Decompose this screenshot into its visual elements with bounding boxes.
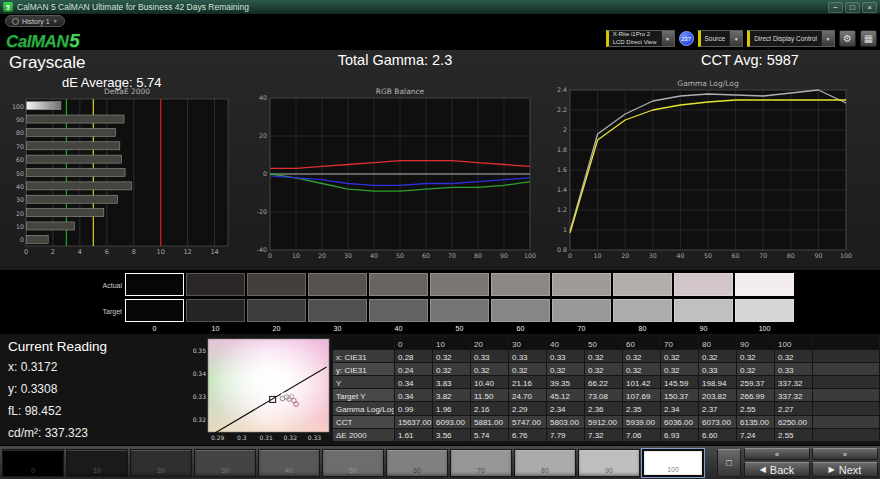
table-cell: 2.36: [585, 402, 623, 415]
level-label: 60: [491, 325, 550, 332]
total-gamma-readout: Total Gamma: 2.3: [270, 52, 520, 68]
table-cell: 3.56: [433, 429, 471, 442]
grayscale-step-10[interactable]: 10: [66, 449, 128, 477]
charts-panel: Grayscale dE Average: 5.74 Total Gamma: …: [0, 50, 880, 270]
grayscale-step-90[interactable]: 90: [578, 449, 640, 477]
level-labels-row: 0102030405060708090100: [125, 325, 794, 332]
svg-text:RGB Balance: RGB Balance: [376, 87, 425, 96]
chevron-down-icon: ▼: [53, 18, 58, 24]
svg-text:0.29: 0.29: [211, 434, 225, 441]
grayscale-step-40[interactable]: 40: [258, 449, 320, 477]
grayscale-step-80[interactable]: 80: [514, 449, 576, 477]
maximize-button[interactable]: □: [845, 2, 860, 13]
table-cell: 6.60: [699, 429, 737, 442]
table-cell: 5912.00: [585, 416, 623, 429]
table-cell: [813, 429, 880, 442]
level-label: 30: [308, 325, 367, 332]
svg-text:40: 40: [16, 183, 24, 190]
table-cell: 2.27: [775, 402, 813, 415]
svg-text:60: 60: [16, 156, 24, 163]
svg-text:2: 2: [51, 248, 55, 256]
svg-text:30: 30: [649, 252, 657, 259]
svg-text:0.32: 0.32: [193, 416, 207, 423]
calman-logo: CalMAN 5: [2, 30, 112, 50]
table-cell: 145.59: [661, 376, 699, 389]
reading-cdm2: cd/m²: 337.323: [8, 426, 88, 440]
source-dropdown-arrow-icon[interactable]: ▼: [729, 31, 742, 46]
svg-text:20: 20: [318, 252, 326, 259]
table-cell: 21.16: [509, 376, 547, 389]
table-cell: 50: [585, 337, 623, 350]
back-button[interactable]: ◀ Back: [744, 462, 810, 477]
source-dropdown[interactable]: Source ▼: [698, 30, 744, 47]
svg-text:60: 60: [732, 252, 740, 259]
table-cell: 80: [699, 337, 737, 350]
table-cell: 6.76: [509, 429, 547, 442]
table-cell: 0.33: [547, 350, 585, 363]
nav-next-page-button[interactable]: »: [812, 448, 878, 460]
meter-dropdown-arrow-icon[interactable]: ▼: [661, 31, 674, 46]
svg-text:100: 100: [840, 252, 852, 259]
target-swatch-10: [186, 299, 245, 322]
svg-text:20: 20: [259, 132, 267, 139]
svg-text:0.35: 0.35: [193, 347, 207, 354]
history-tab[interactable]: History 1 ▼: [5, 15, 65, 27]
level-label: 0: [125, 325, 184, 332]
table-cell: 39.35: [547, 376, 585, 389]
table-cell: 0.32: [547, 363, 585, 376]
svg-text:70: 70: [759, 252, 767, 259]
svg-text:40: 40: [676, 252, 684, 259]
grayscale-step-50[interactable]: 50: [322, 449, 384, 477]
nav-prev-page-button[interactable]: «: [744, 448, 810, 460]
grayscale-step-30[interactable]: 30: [194, 449, 256, 477]
minimize-button[interactable]: −: [828, 2, 843, 13]
grayscale-step-100[interactable]: 100: [642, 449, 704, 477]
svg-text:1.2: 1.2: [557, 206, 567, 213]
swatch-strip: Actual Target 0102030405060708090100: [0, 270, 880, 334]
table-cell: 150.37: [661, 389, 699, 402]
target-swatch-80: [613, 299, 672, 322]
table-cell: 2.34: [547, 402, 585, 415]
grayscale-step-60[interactable]: 60: [386, 449, 448, 477]
table-cell: 5747.00: [509, 416, 547, 429]
meter-dropdown[interactable]: X-Rite i1Pro 2 LCD Direct View ▼: [606, 30, 675, 47]
settings-gear-icon[interactable]: ⚙: [839, 30, 856, 47]
back-arrow-icon: ◀: [760, 465, 766, 474]
next-button[interactable]: ▶ Next: [812, 462, 878, 477]
table-cell: 7.79: [547, 429, 585, 442]
table-cell: 90: [737, 337, 775, 350]
grayscale-step-20[interactable]: 20: [130, 449, 192, 477]
svg-text:0: 0: [268, 252, 272, 259]
svg-text:0: 0: [568, 252, 572, 259]
svg-text:80: 80: [787, 252, 795, 259]
svg-text:60: 60: [422, 252, 430, 259]
table-cell: 107.69: [623, 389, 661, 402]
history-label: History 1: [22, 18, 50, 25]
close-button[interactable]: ×: [862, 2, 877, 13]
workflow-panel-icon[interactable]: ▦: [860, 30, 877, 47]
display-control-dropdown[interactable]: Direct Display Control ▼: [747, 30, 835, 47]
svg-text:0.31: 0.31: [259, 434, 273, 441]
table-cell: 2.34: [661, 402, 699, 415]
gamma-loglog-chart: Gamma Log/Log01020304050607080901000.811…: [548, 78, 854, 260]
table-cell: 0.33: [471, 350, 509, 363]
table-row-label: Target Y: [333, 389, 395, 402]
table-cell: 0.34: [395, 389, 433, 402]
table-cell: 198.94: [699, 376, 737, 389]
logo-version: 5: [69, 30, 80, 52]
actual-swatch-40: [369, 273, 428, 296]
page-title: Grayscale: [9, 53, 86, 73]
target-swatch-50: [430, 299, 489, 322]
svg-text:-40: -40: [257, 246, 267, 253]
table-cell: 337.32: [775, 389, 813, 402]
grayscale-step-70[interactable]: 70: [450, 449, 512, 477]
display-control-arrow-icon[interactable]: ▼: [821, 31, 834, 46]
actual-swatch-0: [125, 273, 184, 296]
table-cell: 0.32: [585, 350, 623, 363]
stop-reading-button[interactable]: □: [717, 449, 741, 477]
table-cell: [813, 416, 880, 429]
table-cell: 0.24: [395, 363, 433, 376]
table-row-label: Y: [333, 376, 395, 389]
titlebar: 5 CalMAN 5 CalMAN Ultimate for Business …: [0, 0, 880, 14]
grayscale-step-0[interactable]: 0: [2, 449, 64, 477]
